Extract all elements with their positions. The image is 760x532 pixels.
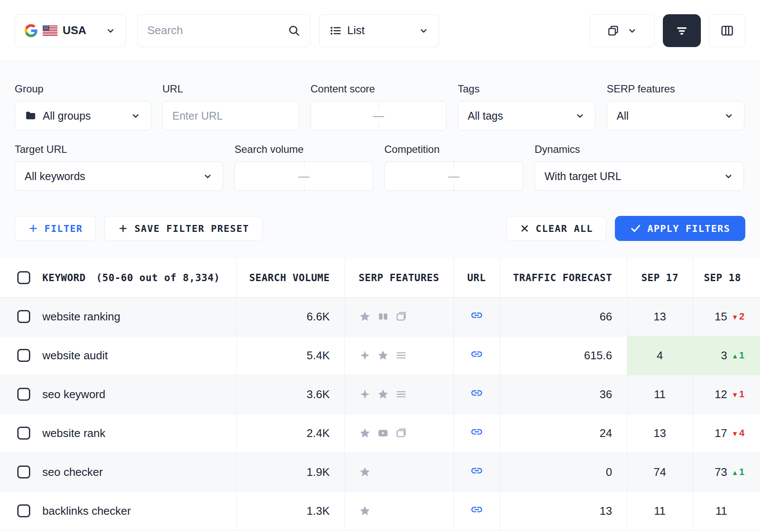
traffic-forecast-cell: 615.6: [500, 336, 627, 375]
table-row[interactable]: seo keyword 3.6K 36 11 12 ▼1: [0, 375, 760, 414]
table-row[interactable]: website rank 2.4K 24 13 17 ▼4: [0, 414, 760, 453]
column-header-traffic-forecast[interactable]: TRAFFIC FORECAST: [500, 258, 627, 297]
tags-filter-value: All tags: [468, 110, 503, 122]
dynamics-filter: Dynamics With target URL: [535, 143, 744, 191]
content-score-filter: Content score —: [310, 83, 446, 130]
star-icon: [377, 388, 389, 400]
search-input[interactable]: [147, 24, 282, 37]
copy-menu-button[interactable]: [589, 14, 655, 47]
table-row[interactable]: backlinks checker 1.3K 13 11 11: [0, 491, 760, 530]
group-filter-select[interactable]: All groups: [15, 101, 151, 130]
column-header-date1[interactable]: SEP 17: [627, 258, 693, 297]
columns-button[interactable]: [709, 14, 745, 47]
search-volume-cell: 2.4K: [236, 414, 345, 453]
column-header-search-volume[interactable]: SEARCH VOLUME: [236, 258, 345, 297]
column-header-serp-features[interactable]: SERP FEATURES: [345, 258, 453, 297]
traffic-forecast-cell: 66: [500, 297, 627, 336]
url-cell: [453, 453, 500, 491]
date2-position-cell: 12 ▼1: [693, 375, 760, 414]
url-link-icon[interactable]: [470, 386, 483, 399]
date1-position-cell: 74: [627, 453, 693, 491]
keyword-cell: website rank: [0, 414, 236, 453]
plus-icon: [28, 223, 38, 234]
filters-toggle-button[interactable]: [663, 14, 701, 47]
table-row[interactable]: seo checker 1.9K 0 74 73 ▲1: [0, 453, 760, 491]
position-value: 15: [715, 310, 727, 323]
dynamics-filter-select[interactable]: With target URL: [535, 162, 744, 191]
image-icon: [395, 427, 407, 439]
keyword-cell: seo keyword: [0, 375, 236, 414]
plus-icon: [118, 223, 128, 234]
date1-position-cell: 4: [627, 336, 693, 375]
row-checkbox[interactable]: [17, 388, 30, 401]
column-header-date2[interactable]: SEP 18: [693, 258, 760, 297]
url-input[interactable]: [172, 110, 289, 122]
date1-position-cell: 11: [627, 491, 693, 530]
clear-all-button[interactable]: CLEAR ALL: [506, 216, 607, 241]
content-score-range-input[interactable]: —: [310, 101, 446, 130]
url-cell: [453, 375, 500, 414]
serp-features-cell: [345, 491, 453, 530]
table-row[interactable]: website ranking 6.6K 66 13 15 ▼2: [0, 297, 760, 336]
star-icon: [359, 466, 371, 478]
search-volume-cell: 6.6K: [236, 297, 345, 336]
search-volume-range-input[interactable]: —: [234, 162, 373, 191]
range-dash: —: [298, 170, 310, 183]
region-label: USA: [63, 24, 86, 37]
search-volume-filter-label: Search volume: [234, 143, 373, 156]
row-checkbox[interactable]: [17, 310, 30, 323]
keyword-label: seo keyword: [42, 388, 105, 401]
keyword-cell: seo checker: [0, 453, 236, 491]
chevron-down-icon: [574, 110, 586, 121]
content-score-label: Content score: [310, 83, 446, 96]
region-selector[interactable]: USA: [15, 14, 126, 47]
dynamics-filter-value: With target URL: [545, 170, 621, 183]
serp-features-filter-label: SERP features: [607, 83, 744, 96]
url-link-icon[interactable]: [470, 425, 483, 438]
row-checkbox[interactable]: [17, 504, 30, 517]
competition-range-input[interactable]: —: [384, 162, 523, 191]
column-header-keyword[interactable]: KEYWORD (50-60 out of 8,334): [0, 258, 236, 297]
url-link-icon[interactable]: [470, 309, 483, 322]
serp-features-filter-select[interactable]: All: [607, 101, 744, 130]
group-filter-value: All groups: [43, 110, 91, 122]
date2-position-cell: 15 ▼2: [693, 297, 760, 336]
filter-funnel-icon: [675, 24, 689, 38]
target-url-filter-select[interactable]: All keywords: [15, 162, 223, 191]
url-cell: [453, 336, 500, 375]
table-row[interactable]: website audit 5.4K 615.6 4 3 ▲1: [0, 336, 760, 375]
row-checkbox[interactable]: [17, 427, 30, 440]
chevron-down-icon: [202, 171, 213, 182]
view-selector[interactable]: List: [319, 14, 439, 47]
position-change: ▼4: [732, 428, 752, 439]
chevron-down-icon: [418, 25, 429, 36]
serp-features-cell: [345, 453, 453, 491]
check-icon: [630, 223, 641, 234]
position-change: ▼1: [732, 389, 752, 400]
apply-filters-button[interactable]: APPLY FILTERS: [615, 216, 745, 241]
traffic-forecast-cell: 13: [500, 491, 627, 530]
star-icon: [359, 310, 371, 323]
select-all-checkbox[interactable]: [17, 271, 30, 284]
star-icon: [377, 349, 389, 361]
row-checkbox[interactable]: [17, 466, 30, 478]
column-header-url[interactable]: URL: [453, 258, 500, 297]
traffic-forecast-cell: 36: [500, 375, 627, 414]
search-box[interactable]: [137, 14, 310, 47]
search-icon: [288, 24, 301, 37]
tags-filter-select[interactable]: All tags: [458, 101, 595, 130]
tags-filter: Tags All tags: [458, 83, 595, 130]
url-cell: [453, 491, 500, 530]
date1-position-cell: 11: [627, 375, 693, 414]
save-filter-preset-button[interactable]: SAVE FILTER PRESET: [104, 216, 262, 241]
target-url-filter: Target URL All keywords: [15, 143, 223, 191]
url-link-icon[interactable]: [470, 503, 483, 516]
row-checkbox[interactable]: [17, 349, 30, 362]
traffic-forecast-cell: 24: [500, 414, 627, 453]
keyword-cell: backlinks checker: [0, 491, 236, 530]
add-filter-button[interactable]: FILTER: [15, 216, 96, 241]
position-change: ▲1: [732, 466, 752, 478]
url-link-icon[interactable]: [470, 464, 483, 477]
date2-position-cell: 17 ▼4: [693, 414, 760, 453]
url-link-icon[interactable]: [470, 348, 483, 361]
